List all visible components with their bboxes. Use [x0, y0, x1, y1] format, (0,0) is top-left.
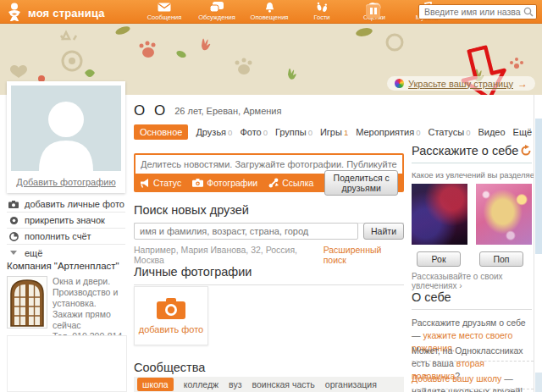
sidebar-menu: добавить личные фото прикрепить значок п… [7, 196, 125, 261]
communities-tabs: школа колледж вуз воинская часть организ… [134, 377, 404, 392]
footprints-icon [316, 2, 328, 13]
profile-header: О О 26 лет, Ереван, Армения [134, 102, 281, 119]
composer-toolbar: Статус Фотографии Ссылка Поделиться с др… [136, 174, 402, 192]
add-school-link[interactable]: Добавьте вашу школу [412, 373, 501, 384]
nav-messages[interactable]: Сообщения [144, 2, 185, 21]
tab-video[interactable]: Видео [478, 127, 505, 137]
status-button[interactable]: Статус [140, 178, 181, 188]
tell-about-heading: Расскажите о себе [412, 144, 532, 163]
friend-search-hints: Например, Мария Иванова, 32, Россия, Мос… [134, 245, 404, 265]
tab-events[interactable]: Мероприятия0 [356, 127, 420, 137]
cut-off-right-panel [534, 95, 542, 392]
rock-photo[interactable] [412, 184, 467, 245]
advanced-search-link[interactable]: Расширенный поиск [324, 245, 404, 265]
sidebar-empty-widget [7, 335, 127, 392]
bell-icon [264, 2, 275, 13]
friend-search-form: Найти [134, 223, 404, 240]
friend-search-heading: Поиск новых друзей [134, 203, 404, 224]
tab-military[interactable]: воинская часть [252, 379, 314, 389]
profile-name: О О [134, 102, 168, 119]
add-photo-label: добавить фото [139, 324, 203, 334]
ok-profile-page: моя страница Сообщения Обсуждения Оповещ… [0, 0, 542, 392]
tab-organization[interactable]: организация [325, 379, 377, 389]
nav-notifications[interactable]: Оповещения [249, 2, 290, 21]
page-title: моя страница [28, 7, 105, 19]
poll-question: Какое из увлечений вы разделяете? [412, 170, 535, 179]
rock-button[interactable]: Рок [417, 251, 461, 267]
chevron-down-icon [8, 251, 19, 255]
photos-button[interactable]: Фотографии [192, 178, 257, 188]
avatar[interactable] [11, 86, 121, 171]
search-example-text: Например, Мария Иванова, 32, Россия, Мос… [134, 245, 324, 265]
status-composer: Статус Фотографии Ссылка Поделиться с др… [134, 153, 404, 192]
about-prompt-school: Добавьте вашу школу — найдите школьных д… [412, 373, 534, 392]
camera-icon [8, 201, 19, 208]
camera-icon [192, 179, 203, 187]
find-button[interactable]: Найти [363, 223, 404, 240]
tab-statuses[interactable]: Статусы0 [428, 127, 470, 137]
add-photo-tile[interactable]: добавить фото [134, 286, 208, 345]
profile-details: 26 лет, Ереван, Армения [174, 106, 281, 116]
avatar-card: Добавить фотографию [7, 81, 125, 193]
ok-logo-icon [7, 3, 22, 23]
tab-photos[interactable]: Фото0 [240, 127, 268, 137]
megaphone-icon [140, 179, 150, 188]
nav-discussions[interactable]: Обсуждения [196, 2, 237, 21]
header-search [418, 4, 537, 19]
share-with-friends-button[interactable]: Поделиться с друзьями [324, 170, 398, 196]
link-button[interactable]: Ссылка [268, 178, 313, 188]
sidebar-item-add-photos[interactable]: добавить личные фото [7, 196, 125, 213]
pop-button[interactable]: Поп [479, 251, 523, 267]
sidebar-item-attach-badge[interactable]: прикрепить значок [7, 213, 125, 229]
arrow-right-icon: → [517, 78, 528, 90]
ad-text: Окна и двери. Производство и установка. … [53, 276, 127, 342]
header-nav: Сообщения Обсуждения Оповещения Гости [144, 2, 447, 21]
pop-photo[interactable] [476, 184, 532, 245]
ad-title: Компания "Артленпласт" [7, 261, 127, 271]
personal-photos-heading: Личные фотографии [134, 265, 404, 285]
nav-guests[interactable]: Гости [301, 2, 342, 21]
tab-groups[interactable]: Группы0 [275, 127, 312, 137]
search-icon[interactable] [523, 7, 534, 17]
friend-search-input[interactable] [134, 223, 358, 240]
refresh-icon[interactable] [520, 145, 532, 159]
chat-bubbles-icon [210, 2, 224, 13]
person-silhouette-icon [36, 97, 97, 171]
tab-college[interactable]: колледж [184, 379, 218, 389]
about-me-heading: О себе [412, 290, 532, 310]
tab-main[interactable]: Основное [134, 124, 188, 140]
add-profile-photo-link[interactable]: Добавить фотографию [11, 177, 121, 187]
sidebar-item-more[interactable]: ещё [7, 245, 125, 261]
sidebar-ad[interactable]: Компания "Артленпласт" Окна и двери. Про… [7, 261, 127, 342]
home-logo[interactable]: моя страница [7, 3, 105, 23]
camera-icon [157, 298, 185, 319]
envelope-icon [158, 2, 171, 13]
link-icon [268, 178, 279, 188]
sidebar-item-top-up[interactable]: пополнить счёт [7, 229, 125, 245]
search-input[interactable] [418, 4, 537, 19]
music-pause-button[interactable] [366, 4, 380, 18]
profile-tabs: Основное Друзья0 Фото0 Группы0 Игры1 Мер… [134, 124, 542, 140]
decorate-page-link[interactable]: Украсьте вашу страницу → [387, 76, 535, 91]
palette-icon [395, 79, 404, 88]
tab-university[interactable]: вуз [229, 379, 241, 389]
hobbies-more-link[interactable]: Рассказывайте о своих увлечениях › [412, 272, 542, 290]
tab-school[interactable]: школа [137, 378, 174, 391]
wallet-coin-icon [8, 232, 19, 241]
tab-friends[interactable]: Друзья0 [196, 127, 232, 137]
top-header: моя страница Сообщения Обсуждения Оповещ… [0, 0, 542, 24]
ad-window-image [7, 276, 47, 329]
badge-icon [8, 216, 19, 225]
tab-games[interactable]: Игры1 [320, 127, 348, 137]
